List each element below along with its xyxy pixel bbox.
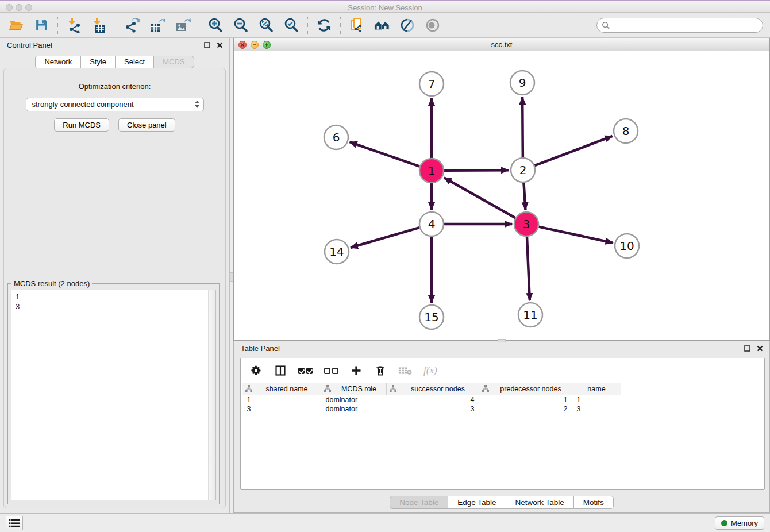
network-window-titlebar: scc.txt: [234, 38, 769, 51]
delete-column-icon[interactable]: [374, 364, 387, 377]
export-image-icon[interactable]: [175, 17, 191, 33]
zoom-selected-icon[interactable]: [283, 17, 299, 33]
tab-style[interactable]: Style: [81, 56, 116, 68]
float-panel-icon[interactable]: [203, 41, 211, 49]
clone-network-icon[interactable]: [349, 17, 365, 33]
run-mcds-button[interactable]: Run MCDS: [54, 118, 109, 132]
apply-layout-icon[interactable]: [316, 17, 332, 33]
table-panel-header: Table Panel: [234, 341, 769, 356]
cell[interactable]: 1: [479, 395, 572, 404]
hierarchy-icon: [324, 385, 331, 394]
search-input[interactable]: [596, 18, 763, 33]
table-panel: Table Panel: [233, 341, 770, 513]
graph-edge-3-10[interactable]: [538, 227, 613, 243]
graph-edge-3-1[interactable]: [444, 178, 515, 218]
hierarchy-icon: [245, 385, 252, 394]
table-toolbar: f(x): [241, 358, 764, 383]
memory-label: Memory: [731, 519, 758, 527]
import-table-icon[interactable]: [91, 17, 107, 33]
split-table-icon[interactable]: [274, 364, 287, 377]
network-graph: 1234678910111415: [234, 51, 769, 340]
cell[interactable]: dominator: [321, 404, 387, 414]
open-session-icon[interactable]: [8, 17, 24, 33]
birds-eye-view-icon[interactable]: [425, 17, 441, 33]
close-panel-button[interactable]: Close panel: [118, 118, 175, 132]
show-graphics-details-icon[interactable]: [399, 17, 415, 33]
graph-edge-1-2[interactable]: [444, 170, 509, 171]
float-panel-icon[interactable]: [743, 344, 751, 352]
graph-edge-2-3[interactable]: [523, 183, 525, 210]
graph-node-label: 4: [428, 217, 436, 231]
graph-node-label: 11: [523, 308, 537, 322]
criterion-select[interactable]: strongly connected component: [26, 98, 204, 111]
cell[interactable]: 2: [479, 404, 572, 414]
table-panel-title: Table Panel: [241, 344, 280, 353]
control-panel-title: Control Panel: [7, 41, 52, 49]
graph-node-label: 9: [519, 76, 526, 90]
mcds-result-list[interactable]: 1 3: [11, 290, 216, 500]
graph-edge-4-14[interactable]: [351, 228, 419, 248]
zoom-in-icon[interactable]: [207, 17, 224, 33]
graph-edge-2-8[interactable]: [535, 136, 613, 165]
task-history-button[interactable]: [6, 516, 23, 530]
export-table-icon[interactable]: [149, 17, 165, 33]
tab-motifs[interactable]: Motifs: [574, 496, 614, 509]
cell[interactable]: 1: [572, 395, 621, 404]
cell[interactable]: 3: [572, 404, 621, 414]
tab-edge-table[interactable]: Edge Table: [448, 496, 506, 509]
column-header-mcds-role[interactable]: MCDS role: [321, 383, 387, 395]
save-session-icon[interactable]: [33, 17, 49, 33]
status-bar: Memory: [0, 513, 770, 532]
column-header-successor-nodes[interactable]: successor nodes: [387, 383, 479, 395]
column-header-predecessor-nodes[interactable]: predecessor nodes: [479, 383, 572, 395]
reset-view-icon[interactable]: [374, 17, 390, 33]
main-area: Control Panel Network Style Select MCDS …: [0, 38, 770, 513]
table-content: f(x) shared name MCDS role: [240, 358, 765, 490]
cell[interactable]: 3: [387, 404, 479, 414]
column-header-shared-name[interactable]: shared name: [242, 383, 321, 395]
select-all-columns-icon[interactable]: [298, 364, 313, 377]
table-row: 3 dominator 3 2 3: [242, 404, 621, 414]
graph-node-label: 15: [424, 310, 438, 324]
control-panel-tabs: Network Style Select MCDS: [0, 56, 229, 68]
graph-edge-1-6[interactable]: [350, 142, 420, 166]
cell[interactable]: 3: [242, 404, 321, 414]
delete-table-icon[interactable]: [398, 364, 412, 377]
create-column-icon[interactable]: [350, 364, 363, 377]
unselect-all-columns-icon[interactable]: [324, 364, 338, 377]
tab-select[interactable]: Select: [116, 56, 154, 68]
mcds-tab-content: Optimization criterion: strongly connect…: [3, 68, 226, 508]
mcds-result-item: 3: [11, 302, 215, 311]
network-canvas[interactable]: 1234678910111415: [234, 51, 769, 340]
table-settings-icon[interactable]: [250, 364, 263, 377]
splitter-grip[interactable]: [498, 339, 506, 342]
hierarchy-icon: [482, 385, 489, 394]
tab-mcds[interactable]: MCDS: [154, 56, 194, 68]
network-title: scc.txt: [234, 40, 769, 49]
select-stepper-icon: [195, 101, 199, 108]
export-network-icon[interactable]: [124, 17, 140, 33]
mcds-result-title: MCDS result (2 nodes): [11, 279, 92, 288]
result-scrollbar[interactable]: [208, 290, 215, 500]
search-icon: [602, 21, 610, 32]
graph-edge-2-9[interactable]: [522, 97, 523, 157]
application-window: Session: New Session: [0, 0, 770, 532]
tab-network-table[interactable]: Network Table: [506, 496, 574, 509]
zoom-out-icon[interactable]: [233, 17, 249, 33]
tab-node-table[interactable]: Node Table: [390, 496, 448, 509]
memory-button[interactable]: Memory: [715, 516, 764, 530]
cell[interactable]: dominator: [321, 395, 387, 404]
cell[interactable]: 4: [387, 395, 479, 404]
column-header-name[interactable]: name: [572, 383, 621, 395]
tab-network[interactable]: Network: [35, 56, 81, 68]
import-network-icon[interactable]: [66, 17, 82, 33]
function-builder-icon[interactable]: f(x): [424, 364, 437, 377]
graph-edge-3-11[interactable]: [527, 237, 530, 300]
graph-node-label: 6: [333, 130, 340, 144]
close-panel-icon[interactable]: [215, 41, 224, 49]
close-panel-icon[interactable]: [756, 344, 764, 352]
criterion-value: strongly connected component: [32, 100, 134, 109]
zoom-fit-icon[interactable]: [258, 17, 274, 33]
hierarchy-icon: [390, 385, 396, 394]
cell[interactable]: 1: [242, 395, 321, 404]
